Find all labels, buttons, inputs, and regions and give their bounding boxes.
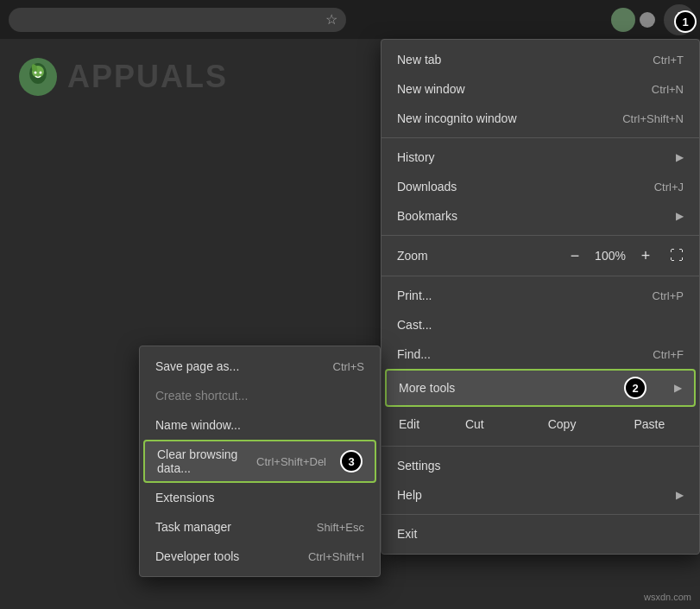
menu-item-settings[interactable]: Settings [382, 451, 699, 480]
submenu-task-manager[interactable]: Task manager Shift+Esc [140, 512, 380, 542]
zoom-fullscreen-button[interactable]: ⛶ [670, 248, 684, 263]
divider-3 [382, 276, 699, 276]
divider-1 [382, 137, 699, 138]
divider-5 [382, 514, 699, 515]
arrow-icon: ▶ [676, 489, 684, 501]
logo-text: APPUALS [67, 59, 228, 95]
svg-point-5 [40, 72, 42, 74]
paste-button[interactable]: Paste [607, 411, 692, 437]
address-bar[interactable]: ☆ [9, 8, 346, 32]
menu-item-help[interactable]: Help ▶ [382, 480, 699, 510]
star-icon[interactable]: ☆ [325, 11, 337, 28]
divider-4 [382, 446, 699, 447]
step-badge-2: 2 [624, 377, 646, 399]
menu-item-print[interactable]: Print... Ctrl+P [382, 281, 699, 310]
more-tools-submenu: Save page as... Ctrl+S Create shortcut..… [139, 346, 381, 577]
submenu-developer-tools[interactable]: Developer tools Ctrl+Shift+I [140, 542, 380, 571]
arrow-icon: ▶ [676, 210, 684, 222]
submenu-create-shortcut[interactable]: Create shortcut... [140, 381, 380, 410]
menu-item-cast[interactable]: Cast... [382, 310, 699, 339]
menu-item-incognito[interactable]: New incognito window Ctrl+Shift+N [382, 104, 699, 133]
divider-2 [382, 235, 699, 236]
menu-item-find[interactable]: Find... Ctrl+F [382, 339, 699, 369]
menu-item-downloads[interactable]: Downloads Ctrl+J [382, 172, 699, 201]
submenu-name-window[interactable]: Name window... [140, 410, 380, 440]
zoom-plus-button[interactable]: + [635, 245, 656, 266]
profile-area [611, 8, 655, 32]
profile-avatar2 [640, 12, 655, 28]
logo-svg [17, 56, 59, 98]
submenu-clear-browsing[interactable]: Clear browsing data... Ctrl+Shift+Del 3 [143, 440, 376, 483]
menu-item-more-tools[interactable]: More tools 2 ▶ [385, 369, 696, 407]
menu-item-bookmarks[interactable]: Bookmarks ▶ [382, 201, 699, 231]
menu-item-exit[interactable]: Exit [382, 519, 699, 549]
step-badge-3: 3 [340, 450, 363, 473]
copy-button[interactable]: Copy [519, 411, 604, 437]
submenu-save-page[interactable]: Save page as... Ctrl+S [140, 352, 380, 381]
arrow-icon: ▶ [674, 382, 682, 394]
menu-item-new-tab[interactable]: New tab Ctrl+T [382, 45, 699, 74]
zoom-minus-button[interactable]: − [564, 245, 585, 266]
edit-row: Edit Cut Copy Paste [382, 407, 699, 441]
submenu-extensions[interactable]: Extensions [140, 483, 380, 512]
zoom-value: 100% [594, 249, 627, 263]
cut-button[interactable]: Cut [432, 411, 517, 437]
svg-point-4 [35, 72, 37, 74]
arrow-icon: ▶ [676, 151, 684, 163]
chrome-main-menu: New tab Ctrl+T New window Ctrl+N New inc… [381, 39, 700, 555]
step-badge-1: 1 [674, 10, 697, 33]
profile-avatar [611, 8, 635, 32]
browser-topbar-right: 1 [355, 0, 700, 39]
browser-topbar-left: ☆ [0, 0, 355, 39]
menu-item-history[interactable]: History ▶ [382, 143, 699, 172]
zoom-row: Zoom − 100% + ⛶ [382, 240, 699, 271]
menu-item-new-window[interactable]: New window Ctrl+N [382, 74, 699, 104]
logo-area: APPUALS [17, 56, 228, 98]
watermark: wsxdn.com [644, 592, 691, 602]
zoom-controls: − 100% + ⛶ [564, 245, 684, 266]
